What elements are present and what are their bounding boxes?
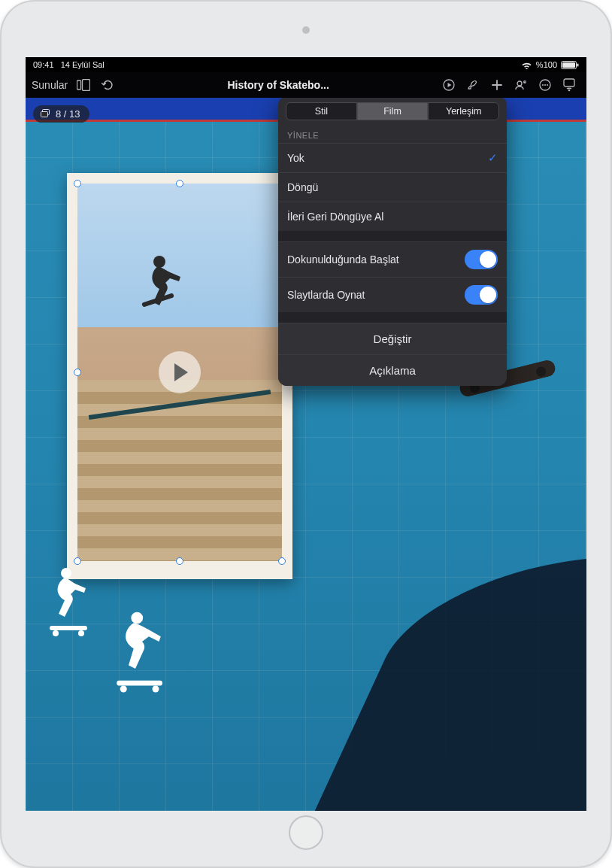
more-icon[interactable] [534,74,556,96]
wifi-icon [521,61,532,69]
toggle-label: Slaytlarda Oynat [287,289,365,301]
repeat-options-list: Yok ✓ Döngü ✓ İleri Geri Döngüye Al ✓ [278,143,507,231]
add-icon[interactable] [486,74,508,96]
repeat-option-label: Yok [287,152,304,164]
svg-point-25 [153,686,159,693]
svg-rect-19 [50,626,87,630]
screen: 09:41 14 Eylül Sal %100 Sunular [26,57,586,811]
status-right: %100 [521,60,579,69]
play-icon[interactable] [438,74,460,96]
svg-rect-4 [83,80,90,91]
tab-style[interactable]: Stil [286,102,357,120]
format-tabs: Stil Film Yerleşim [278,98,507,126]
svg-rect-1 [562,62,575,68]
slide-navigator-icon[interactable] [72,74,95,96]
front-camera-dot [302,26,310,34]
svg-point-18 [61,568,71,578]
toggle-start-on-tap-row: Dokunulduğunda Başlat [278,241,507,277]
svg-point-24 [120,686,127,693]
replace-button[interactable]: Değiştir [278,323,507,354]
tab-arrange[interactable]: Yerleşim [428,102,499,120]
svg-point-16 [153,256,165,268]
repeat-option-loop[interactable]: Döngü ✓ [278,172,507,202]
repeat-section-title: YİNELE [278,126,507,143]
format-brush-icon[interactable] [462,74,484,96]
video-object[interactable] [67,173,292,579]
description-button[interactable]: Açıklama [278,354,507,386]
undo-icon[interactable] [96,74,119,96]
slides-icon [41,109,51,120]
svg-point-10 [544,84,546,86]
repeat-option-label: Döngü [287,181,318,193]
status-date: 14 Eylül Sal [61,60,105,69]
battery-percent: %100 [536,60,557,69]
repeat-option-none[interactable]: Yok ✓ [278,143,507,172]
checkmark-icon: ✓ [486,210,498,223]
back-button[interactable]: Sunular [32,79,71,91]
document-title[interactable]: History of Skatebo... [211,79,346,91]
svg-rect-15 [41,111,48,117]
svg-point-11 [547,84,548,86]
slide-counter[interactable]: 8 / 13 [33,105,89,123]
repeat-option-loop-back-forth[interactable]: İleri Geri Döngüye Al ✓ [278,202,507,231]
toggle-play-across-slides-row: Slaytlarda Oynat [278,277,507,312]
svg-rect-3 [77,80,81,90]
skater-silhouette-icon [41,563,101,638]
svg-point-9 [542,84,544,86]
svg-rect-2 [577,63,579,66]
skater-silhouette-icon [108,608,176,690]
svg-rect-12 [564,79,574,86]
play-overlay-icon[interactable] [159,351,201,393]
toggle-play-across-slides[interactable] [465,285,498,305]
status-left: 09:41 14 Eylül Sal [33,60,105,69]
checkmark-icon: ✓ [486,151,498,165]
collaborate-icon[interactable] [510,74,532,96]
status-time: 09:41 [33,60,54,69]
svg-point-13 [568,90,571,92]
checkmark-icon: ✓ [486,181,498,194]
home-button[interactable] [289,815,323,850]
ipad-device-frame: 09:41 14 Eylül Sal %100 Sunular [0,0,612,868]
battery-icon [561,61,579,69]
svg-point-21 [78,630,84,636]
repeat-option-label: İleri Geri Döngüye Al [287,211,383,223]
app-toolbar: Sunular History of Skatebo... [26,72,586,98]
format-popover: Stil Film Yerleşim YİNELE Yok ✓ Döngü ✓ [278,98,507,386]
slide-counter-text: 8 / 13 [56,108,80,120]
present-view-icon[interactable] [558,74,580,96]
svg-point-22 [131,612,143,624]
svg-point-6 [517,81,522,86]
slide-canvas[interactable]: 8 / 13 [26,98,586,811]
tab-movie[interactable]: Film [357,102,429,120]
status-bar: 09:41 14 Eylül Sal %100 [26,57,586,72]
toggle-start-on-tap[interactable] [465,250,498,269]
svg-point-20 [53,630,59,636]
toggle-label: Dokunulduğunda Başlat [287,253,399,266]
playback-toggles: Dokunulduğunda Başlat Slaytlarda Oynat [278,241,507,312]
video-thumbnail [77,184,282,561]
svg-rect-23 [117,681,162,686]
